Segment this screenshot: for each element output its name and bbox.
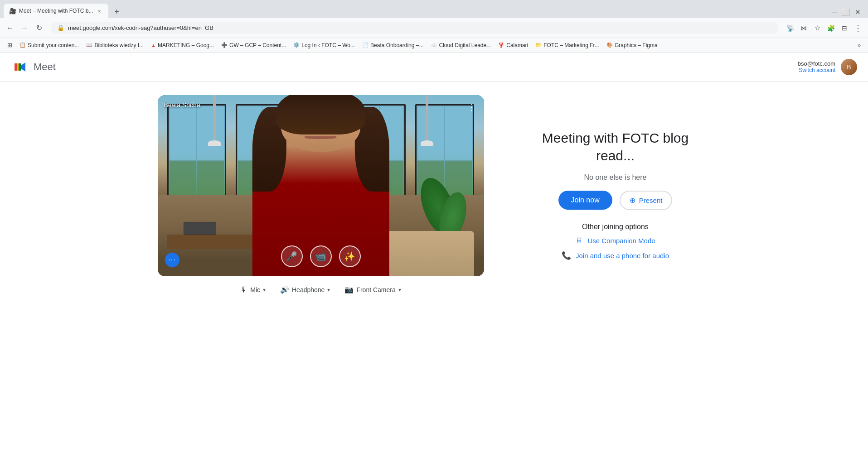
video-controls: 🎤 📹 ✨ (281, 245, 361, 267)
back-button[interactable]: ← (4, 22, 16, 34)
new-tab-button[interactable]: + (110, 5, 123, 18)
join-panel: Meeting with FOTC blog read... No one el… (520, 129, 711, 260)
meet-logo-text: Meet (34, 61, 56, 73)
companion-mode-label: Use Companion Mode (587, 237, 655, 245)
account-email: bso@fotc.com (798, 60, 835, 67)
tab-title: Meet – Meeting with FOTC b... (19, 8, 93, 14)
effects-button[interactable]: ✨ (339, 245, 361, 267)
tab-bar: 🎥 Meet – Meeting with FOTC b... × + ─ ⬜ … (0, 0, 868, 18)
bookmark-7[interactable]: ☁️Cloud Digital Leade... (427, 41, 495, 50)
bookmark-icon[interactable]: ☆ (811, 22, 824, 34)
camera-dropdown-icon: ▾ (398, 287, 401, 293)
tab-favicon: 🎥 (9, 8, 16, 14)
tab-bar-right: ─ ⬜ ✕ (832, 8, 868, 18)
present-button[interactable]: ⊕ Present (620, 191, 673, 210)
bookmark-2[interactable]: 📖Biblioteka wiedzy I... (82, 41, 147, 50)
cast-icon[interactable]: 📡 (784, 22, 796, 34)
svg-rect-5 (17, 63, 19, 71)
sofa (376, 231, 474, 276)
mic-label: Mic (250, 286, 260, 293)
lock-icon: 🔒 (57, 24, 64, 31)
device-controls: 🎙 Mic ▾ 🔊 Headphone ▾ 📷 Front Camera ▾ (240, 285, 401, 294)
other-options-title: Other joining options (582, 223, 649, 231)
dots-icon: ··· (168, 256, 175, 264)
effects-icon: ✨ (344, 251, 355, 262)
bookmark-4[interactable]: ➕GW – GCP – Content... (218, 41, 290, 50)
bookmark-1[interactable]: 📋Submit your conten... (16, 41, 82, 50)
bookmark-apps[interactable]: ⊞ (4, 40, 16, 50)
meet-header-right: bso@fotc.com Switch account B (798, 59, 857, 75)
active-tab[interactable]: 🎥 Meet – Meeting with FOTC b... × (4, 4, 108, 18)
camera-label: Front Camera (356, 286, 395, 293)
mic-device-icon: 🎙 (240, 286, 247, 294)
video-section: Beata Socha ⋮ 🎤 📹 ✨ (158, 95, 484, 294)
bookmark-6[interactable]: 📄Beata Onboarding –... (359, 41, 427, 50)
minimize-icon[interactable]: ─ (832, 9, 837, 16)
nav-right-icons: 📡 ⋈ ☆ 🧩 ⊟ ⋮ (784, 22, 864, 34)
phone-audio-label: Join and use a phone for audio (576, 252, 669, 259)
meeting-title: Meeting with FOTC blog read... (529, 129, 702, 164)
svg-rect-4 (15, 63, 17, 71)
camera-device-icon: 📷 (344, 285, 354, 294)
address-text: meet.google.com/xek-codn-sag?authuser=0&… (68, 24, 772, 31)
meet-header: Meet bso@fotc.com Switch account B (0, 53, 868, 82)
forward-button[interactable]: → (18, 22, 31, 34)
mic-dropdown-icon: ▾ (263, 287, 266, 293)
mic-toggle-button[interactable]: 🎤 (281, 245, 303, 267)
person-hair (276, 95, 365, 134)
video-dots-button[interactable]: ··· (165, 253, 179, 267)
address-bar[interactable]: 🔒 meet.google.com/xek-codn-sag?authuser=… (51, 22, 778, 34)
headphone-control[interactable]: 🔊 Headphone ▾ (280, 285, 330, 294)
present-label: Present (639, 197, 663, 204)
nav-bar: ← → ↻ 🔒 meet.google.com/xek-codn-sag?aut… (0, 18, 868, 38)
bookmark-3[interactable]: ▲MARKETING – Goog... (147, 41, 218, 50)
person-name-label: Beata Socha (164, 101, 200, 109)
meet-main: Beata Socha ⋮ 🎤 📹 ✨ (0, 82, 868, 307)
camera-control[interactable]: 📷 Front Camera ▾ (344, 285, 401, 294)
browser-chrome: 🎥 Meet – Meeting with FOTC b... × + ─ ⬜ … (0, 0, 868, 53)
video-container: Beata Socha ⋮ 🎤 📹 ✨ (158, 95, 484, 276)
bookmark-10[interactable]: 🎨Graphics – Figma (603, 41, 661, 50)
share-icon[interactable]: ⋈ (797, 22, 810, 34)
mic-icon: 🎤 (286, 251, 297, 262)
switch-account-link[interactable]: Switch account (798, 67, 835, 73)
menu-icon[interactable]: ⋮ (852, 22, 864, 34)
tab-close-icon[interactable]: × (96, 7, 103, 14)
bookmark-9[interactable]: 📁FOTC – Marketing Fr... (532, 41, 603, 50)
camera-icon: 📹 (315, 251, 326, 262)
phone-audio-icon: 📞 (562, 251, 571, 260)
headphone-label: Headphone (292, 286, 325, 293)
phone-audio-link[interactable]: 📞 Join and use a phone for audio (562, 251, 669, 260)
join-now-button[interactable]: Join now (558, 191, 612, 210)
bookmarks-overflow[interactable]: » (854, 40, 864, 50)
maximize-icon[interactable]: ⬜ (842, 8, 850, 16)
meet-account-info: bso@fotc.com Switch account (798, 60, 835, 73)
meet-logo: Meet (11, 58, 56, 76)
lamp-1 (213, 95, 216, 146)
meeting-status: No one else is here (584, 173, 647, 182)
join-buttons-row: Join now ⊕ Present (558, 191, 673, 210)
bookmarks-bar: ⊞ 📋Submit your conten... 📖Biblioteka wie… (0, 38, 868, 53)
meet-app: Meet bso@fotc.com Switch account B (0, 53, 868, 461)
close-window-icon[interactable]: ✕ (855, 8, 861, 16)
sidebar-icon[interactable]: ⊟ (838, 22, 851, 34)
companion-mode-icon: 🖥 (575, 236, 583, 245)
camera-toggle-button[interactable]: 📹 (310, 245, 332, 267)
video-more-button[interactable]: ⋮ (464, 100, 479, 114)
refresh-button[interactable]: ↻ (33, 22, 45, 34)
headphone-dropdown-icon: ▾ (327, 287, 330, 293)
svg-rect-6 (19, 63, 21, 71)
lamp-3 (426, 95, 428, 146)
companion-mode-link[interactable]: 🖥 Use Companion Mode (575, 236, 655, 245)
headphone-icon: 🔊 (280, 285, 289, 294)
other-joining-options: Other joining options 🖥 Use Companion Mo… (562, 223, 669, 260)
extensions-icon[interactable]: 🧩 (824, 22, 837, 34)
meet-logo-icon (11, 58, 29, 76)
user-avatar[interactable]: B (841, 59, 857, 75)
bookmark-5[interactable]: ⚙️Log In ‹ FOTC – Wo... (290, 41, 359, 50)
present-icon: ⊕ (630, 196, 635, 205)
mic-control[interactable]: 🎙 Mic ▾ (240, 286, 266, 294)
bookmark-8[interactable]: 🦞Calamari (495, 41, 532, 50)
laptop (184, 222, 216, 235)
